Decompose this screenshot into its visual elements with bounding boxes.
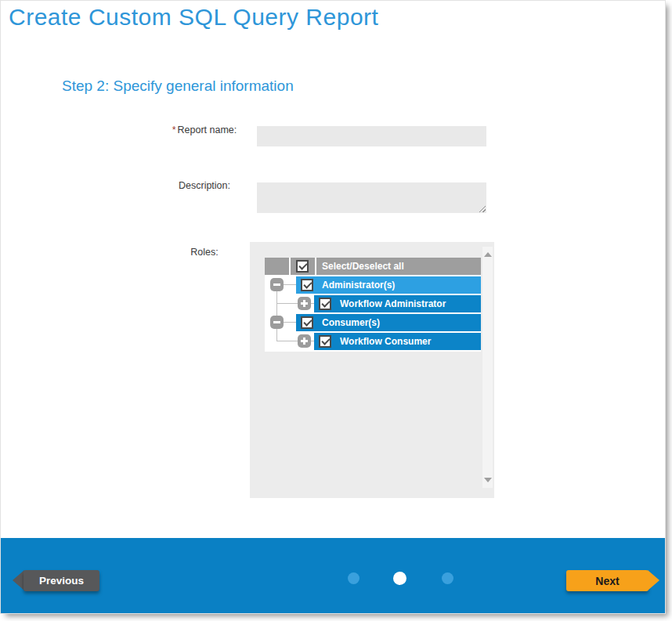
required-marker: *	[172, 125, 176, 135]
tree-connector-line	[277, 341, 298, 341]
tree-connector-line	[284, 284, 296, 285]
tree-row-label: Consumer(s)	[322, 317, 380, 328]
tree-header-label-cell[interactable]: Select/Deselect all	[316, 258, 481, 275]
tree-row-label: Administrator(s)	[322, 280, 395, 291]
tree-row-workflow-consumer[interactable]: Workflow Consumer	[314, 333, 481, 350]
scroll-down-icon[interactable]	[484, 478, 492, 482]
wizard-page: Create Custom SQL Query Report Step 2: S…	[0, 0, 666, 614]
report-name-input[interactable]	[257, 126, 486, 146]
next-button-label: Next	[566, 570, 649, 591]
tree-connector-line	[277, 303, 298, 304]
previous-button-label: Previous	[23, 570, 99, 591]
select-all-label: Select/Deselect all	[322, 261, 404, 272]
consumers-checkbox[interactable]	[301, 316, 313, 329]
previous-arrow-icon	[13, 570, 24, 590]
workflow-consumer-checkbox[interactable]	[319, 335, 331, 348]
next-arrow-icon	[648, 570, 659, 590]
collapse-toggle-consumers[interactable]	[270, 316, 284, 329]
expand-toggle-workflow-consumer[interactable]	[298, 334, 311, 348]
administrators-checkbox[interactable]	[301, 279, 313, 291]
tree-connector-line	[276, 291, 277, 316]
workflow-administrator-checkbox[interactable]	[319, 298, 331, 310]
tree-connector-line	[284, 322, 296, 323]
tree-row-label: Workflow Administrator	[340, 298, 446, 309]
roles-tree-panel: Select/Deselect all Administrator(s) Wor…	[250, 242, 494, 498]
tree-row-consumers[interactable]: Consumer(s)	[296, 314, 481, 331]
report-name-label-text: Report name:	[178, 125, 237, 135]
collapse-toggle-administrators[interactable]	[270, 278, 284, 291]
pager-dot-step3[interactable]	[442, 572, 453, 584]
page-title: Create Custom SQL Query Report	[9, 4, 378, 31]
select-all-checkbox[interactable]	[296, 260, 309, 273]
description-input[interactable]	[257, 182, 486, 213]
report-name-label: *Report name:	[161, 125, 247, 135]
tree-connector-line	[276, 329, 277, 341]
roles-label: Roles:	[161, 247, 247, 258]
step-heading: Step 2: Specify general information	[62, 78, 294, 95]
pager-dot-step2-active[interactable]	[393, 572, 406, 585]
tree-row-administrators[interactable]: Administrator(s)	[296, 276, 481, 294]
tree-row-workflow-administrator[interactable]: Workflow Administrator	[314, 295, 481, 312]
scroll-up-icon[interactable]	[484, 252, 492, 257]
tree-header-checkbox-cell	[291, 258, 315, 275]
tree-row-label: Workflow Consumer	[340, 336, 431, 347]
description-label: Description:	[161, 180, 247, 191]
pager-dot-step1[interactable]	[348, 572, 359, 584]
tree-header-spacer-cell	[265, 258, 289, 275]
expand-toggle-workflow-administrator[interactable]	[298, 297, 311, 310]
roles-scrollbar[interactable]	[482, 246, 493, 489]
